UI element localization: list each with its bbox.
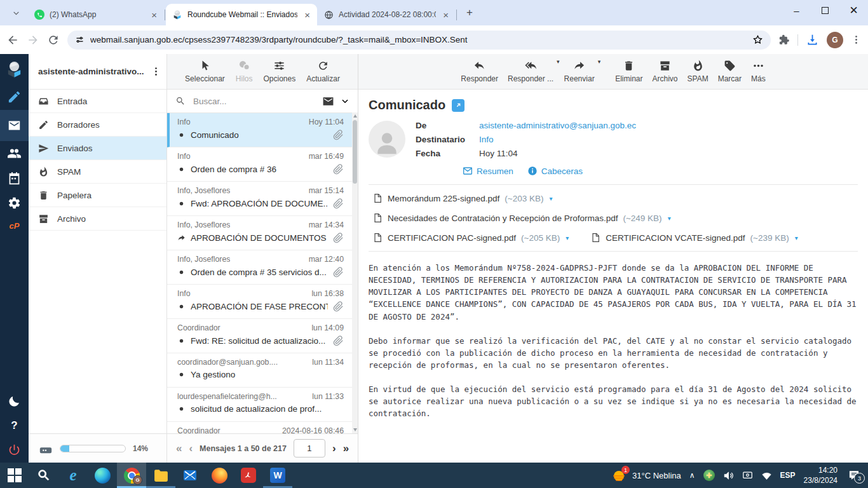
- reply-all-dropdown-caret[interactable]: ▾: [557, 58, 560, 65]
- threads-button[interactable]: Hilos: [236, 60, 253, 83]
- message-list-item[interactable]: Coordinador 2024-08-16 08:46: [167, 422, 358, 433]
- close-button[interactable]: ✕: [839, 0, 868, 20]
- prev-page-icon[interactable]: ‹: [189, 442, 193, 455]
- options-button[interactable]: Opciones: [263, 60, 295, 83]
- reply-button[interactable]: Responder: [461, 60, 498, 83]
- forward-button[interactable]: Reenviar: [564, 60, 595, 83]
- search-icon[interactable]: [175, 96, 186, 106]
- url-bar[interactable]: webmail.sanjuan.gob.ec/cpsess2397748239/…: [67, 30, 771, 50]
- page-number-input[interactable]: [294, 439, 325, 458]
- taskbar-explorer-button[interactable]: [146, 463, 175, 488]
- tab-close-icon[interactable]: ×: [149, 10, 159, 20]
- weather-widget[interactable]: 1 31°C Neblina: [611, 468, 681, 483]
- folder-item[interactable]: Papelera: [29, 184, 166, 207]
- taskbar-edge-button[interactable]: [88, 463, 117, 488]
- tab-search-chevron-icon[interactable]: [6, 3, 25, 22]
- forward-dropdown-caret[interactable]: ▾: [598, 58, 601, 65]
- dark-mode-moon-icon[interactable]: [0, 389, 29, 414]
- new-tab-button[interactable]: +: [461, 4, 478, 21]
- list-scrollbar[interactable]: [352, 112, 358, 433]
- extensions-icon[interactable]: [778, 34, 790, 46]
- folder-item[interactable]: Enviados: [29, 137, 166, 160]
- scroll-down-arrow[interactable]: [353, 428, 357, 431]
- tab-actividad[interactable]: Actividad 2024-08-22 08:00:00 ×: [317, 4, 456, 25]
- action-center-icon[interactable]: 3: [848, 469, 860, 482]
- attachment-item[interactable]: CERTIFICACION VCATE-signed.pdf (~239 KB)…: [590, 230, 798, 245]
- scrollbar-thumb[interactable]: [353, 120, 357, 184]
- from-address-link[interactable]: asistente-administrativo@sanjuan.gob.ec: [479, 121, 636, 130]
- cpanel-icon[interactable]: cP: [0, 215, 29, 236]
- next-page-icon[interactable]: ›: [332, 442, 336, 455]
- message-list-item[interactable]: Info mar 16:49 Orden de compra # 36: [167, 147, 358, 182]
- logout-power-icon[interactable]: [0, 438, 29, 463]
- bookmark-star-icon[interactable]: [752, 34, 763, 45]
- archive-button[interactable]: Archivo: [653, 60, 678, 83]
- message-list-item[interactable]: Info, Joseflores mar 15:14 Fwd: APROBACI…: [167, 182, 358, 216]
- attachment-dropdown-caret[interactable]: ▾: [795, 234, 798, 241]
- attachment-item[interactable]: CERTIFICACION PAC-signed.pdf (~205 KB) ▾: [372, 230, 569, 245]
- language-indicator[interactable]: ESP: [780, 471, 796, 480]
- tab-close-icon[interactable]: ×: [441, 10, 451, 20]
- attachment-name[interactable]: CERTIFICACION VCATE-signed.pdf: [606, 233, 745, 243]
- rail-calendar-icon[interactable]: [0, 166, 29, 191]
- taskbar-ie-button[interactable]: e: [58, 463, 88, 488]
- attachment-dropdown-caret[interactable]: ▾: [566, 234, 569, 241]
- taskbar-search-button[interactable]: [29, 463, 58, 488]
- folder-item[interactable]: Archivo: [29, 207, 166, 231]
- search-scope-mail-icon[interactable]: [322, 95, 334, 107]
- taskbar-firefox-button[interactable]: [205, 463, 234, 488]
- last-page-icon[interactable]: »: [343, 442, 349, 455]
- reload-icon[interactable]: [47, 34, 60, 46]
- message-list-item[interactable]: Info, Joseflores mar 14:34 APROBACIÓN DE…: [167, 216, 358, 250]
- taskbar-acrobat-button[interactable]: [234, 463, 263, 488]
- attachment-dropdown-caret[interactable]: ▾: [668, 215, 671, 222]
- taskbar-mail-button[interactable]: [175, 463, 205, 488]
- tray-expand-chevron-icon[interactable]: ∧: [689, 471, 695, 480]
- back-icon[interactable]: [6, 34, 19, 46]
- headers-link[interactable]: Cabeceras: [527, 166, 583, 176]
- spam-button[interactable]: SPAM: [688, 60, 709, 83]
- message-list-item[interactable]: coordinador@sanjuan.gob.... lun 11:34 Ya…: [167, 353, 358, 388]
- compose-button[interactable]: [0, 84, 29, 110]
- rail-contacts-icon[interactable]: [0, 141, 29, 166]
- rail-mail-icon[interactable]: [0, 110, 29, 141]
- taskbar-word-button[interactable]: W: [263, 463, 292, 488]
- attachment-name[interactable]: CERTIFICACION PAC-signed.pdf: [388, 233, 516, 243]
- minimize-button[interactable]: –: [782, 0, 811, 20]
- tab-roundcube-active[interactable]: Roundcube Webmail :: Enviados ×: [166, 4, 317, 25]
- attachment-dropdown-caret[interactable]: ▾: [550, 195, 553, 202]
- mark-button[interactable]: Marcar: [718, 60, 742, 83]
- help-icon[interactable]: ?: [0, 414, 29, 438]
- message-list-item[interactable]: Info, Joseflores mar 12:40 Orden de comp…: [167, 250, 358, 285]
- more-button[interactable]: Más: [751, 60, 766, 83]
- refresh-button[interactable]: Actualizar: [306, 60, 340, 83]
- downloads-icon[interactable]: [806, 33, 819, 46]
- attachment-item[interactable]: Memorándum 225-signed.pdf (~203 KB) ▾: [372, 191, 854, 206]
- site-settings-icon[interactable]: [75, 35, 85, 44]
- message-list-item[interactable]: Info lun 16:38 APROBACIÓN DE FASE PRECON…: [167, 285, 358, 319]
- reply-all-button[interactable]: Responder ...: [508, 60, 553, 83]
- folder-item[interactable]: Borradores: [29, 113, 166, 137]
- folder-item[interactable]: SPAM: [29, 160, 166, 184]
- search-input[interactable]: [192, 96, 316, 107]
- taskbar-clock[interactable]: 14:20 23/8/2024: [804, 465, 837, 485]
- rail-settings-gear-icon[interactable]: [0, 191, 29, 215]
- select-button[interactable]: Seleccionar: [185, 60, 225, 83]
- first-page-icon[interactable]: «: [176, 442, 182, 455]
- attachment-name[interactable]: Memorándum 225-signed.pdf: [388, 194, 499, 203]
- display-cast-icon[interactable]: [742, 470, 753, 481]
- antivirus-tray-icon[interactable]: ✚: [703, 470, 715, 481]
- attachment-name[interactable]: Necesidades de Contratación y Recepción …: [388, 214, 618, 223]
- attachment-item[interactable]: Necesidades de Contratación y Recepción …: [372, 210, 854, 226]
- start-button[interactable]: [0, 463, 29, 488]
- search-options-chevron-icon[interactable]: [341, 97, 349, 105]
- folder-item[interactable]: Entrada: [29, 90, 166, 113]
- account-menu-icon[interactable]: [151, 66, 161, 77]
- message-list-item[interactable]: Coordinador lun 14:09 Fwd: RE: solicitud…: [167, 319, 358, 353]
- maximize-button[interactable]: [811, 0, 839, 20]
- tab-close-icon[interactable]: ×: [302, 10, 312, 20]
- message-list-item[interactable]: lourdespenafielcatering@h... lun 11:33 s…: [167, 388, 358, 422]
- url-text[interactable]: webmail.sanjuan.gob.ec/cpsess2397748239/…: [90, 35, 747, 44]
- browser-menu-icon[interactable]: [851, 34, 862, 45]
- to-recipient-link[interactable]: Info: [479, 135, 636, 144]
